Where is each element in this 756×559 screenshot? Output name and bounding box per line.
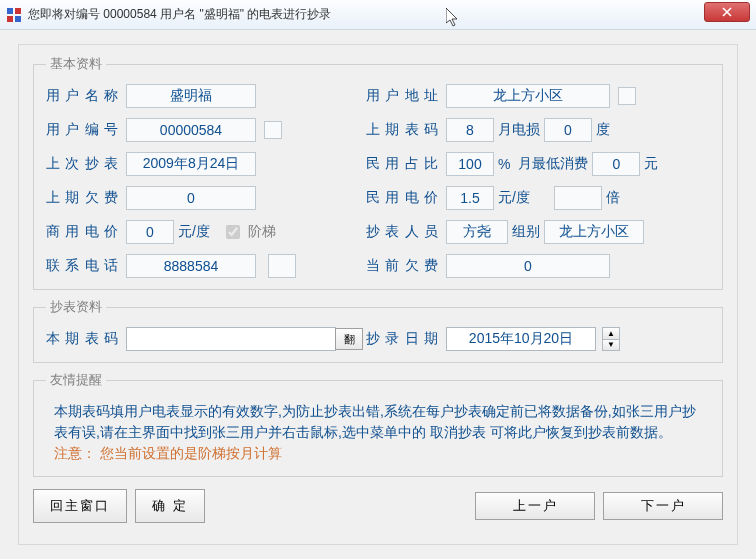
phone-value: 8888584 [126,254,256,278]
month-loss-value: 0 [544,118,592,142]
back-main-button[interactable]: 回主窗口 [33,489,127,523]
last-owe-label: 上期欠费 [46,189,118,207]
user-name-value: 盛明福 [126,84,256,108]
svg-rect-1 [15,8,21,14]
res-ratio-label: 民用占比 [366,155,438,173]
cur-code-input[interactable] [126,327,336,351]
prev-user-button[interactable]: 上一户 [475,492,595,520]
user-addr-label: 用户地址 [366,87,438,105]
svg-rect-0 [7,8,13,14]
spinner-up-icon[interactable]: ▲ [603,328,619,340]
meter-info-legend: 抄表资料 [46,298,106,316]
tip-note-label: 注意： [54,445,96,461]
group-value: 龙上方小区 [544,220,644,244]
last-read-value: 2009年8月24日 [126,152,256,176]
user-addr-value: 龙上方小区 [446,84,610,108]
last-code-label: 上期表码 [366,121,438,139]
svg-rect-3 [15,16,21,22]
reader-label: 抄表人员 [366,223,438,241]
last-code-value: 8 [446,118,494,142]
pct-unit: % [498,156,510,172]
tier-checkbox [226,225,240,239]
group-label: 组别 [512,223,540,241]
tier-checkbox-wrap: 阶梯 [226,223,280,241]
close-icon [722,7,732,17]
read-date-input[interactable] [446,327,596,351]
res-ratio-value: 100 [446,152,494,176]
min-consume-label: 月最低消费 [518,155,588,173]
cur-code-label: 本期表码 [46,330,118,348]
tier-label: 阶梯 [248,223,276,241]
svg-rect-2 [7,16,13,22]
next-user-button[interactable]: 下一户 [603,492,723,520]
window-title: 您即将对编号 00000584 用户名 "盛明福" 的电表进行抄录 [28,6,331,23]
cur-owe-label: 当前欠费 [366,257,438,275]
multiply-value [554,186,602,210]
res-price-value: 1.5 [446,186,494,210]
yuandu-unit2: 元/度 [178,223,210,241]
meter-info-group: 抄表资料 本期表码 翻 抄录日期 ▲ ▼ [33,298,723,363]
tip-note-text: 您当前设置的是阶梯按月计算 [100,445,282,461]
cursor-icon [446,8,460,28]
bei-unit: 倍 [606,189,620,207]
tip-group: 友情提醒 本期表码填用户电表显示的有效数字,为防止抄表出错,系统在每户抄表确定前… [33,371,723,477]
addr-checkbox[interactable] [618,87,636,105]
biz-price-label: 商用电价 [46,223,118,241]
button-row: 回主窗口 确 定 上一户 下一户 [33,489,723,523]
basic-info-group: 基本资料 用户名称 盛明福 用户地址 龙上方小区 用户编号 00000584 上… [33,55,723,290]
du-unit: 度 [596,121,610,139]
app-icon [6,7,22,23]
basic-info-legend: 基本资料 [46,55,106,73]
read-date-label: 抄录日期 [366,330,438,348]
phone-extra-box [268,254,296,278]
last-owe-value: 0 [126,186,256,210]
spinner-down-icon[interactable]: ▼ [603,340,619,351]
main-panel: 基本资料 用户名称 盛明福 用户地址 龙上方小区 用户编号 00000584 上… [18,44,738,545]
user-no-label: 用户编号 [46,121,118,139]
titlebar: 您即将对编号 00000584 用户名 "盛明福" 的电表进行抄录 [0,0,756,30]
close-button[interactable] [704,2,750,22]
ok-button[interactable]: 确 定 [135,489,205,523]
min-consume-value: 0 [592,152,640,176]
yuan-unit: 元 [644,155,658,173]
cur-owe-value: 0 [446,254,610,278]
phone-label: 联系电话 [46,257,118,275]
biz-price-value: 0 [126,220,174,244]
res-price-label: 民用电价 [366,189,438,207]
user-name-label: 用户名称 [46,87,118,105]
last-read-label: 上次抄表 [46,155,118,173]
yuandu-unit1: 元/度 [498,189,530,207]
flip-button[interactable]: 翻 [335,328,363,350]
tip-line1: 本期表码填用户电表显示的有效数字,为防止抄表出错,系统在每户抄表确定前已将数据备… [54,403,696,440]
tip-legend: 友情提醒 [46,371,106,389]
user-no-value: 00000584 [126,118,256,142]
userno-checkbox[interactable] [264,121,282,139]
date-spinner[interactable]: ▲ ▼ [602,327,620,351]
tip-text: 本期表码填用户电表显示的有效数字,为防止抄表出错,系统在每户抄表确定前已将数据备… [46,399,710,466]
reader-value: 方尧 [446,220,508,244]
month-loss-label: 月电损 [498,121,540,139]
window-body: 基本资料 用户名称 盛明福 用户地址 龙上方小区 用户编号 00000584 上… [0,30,756,559]
